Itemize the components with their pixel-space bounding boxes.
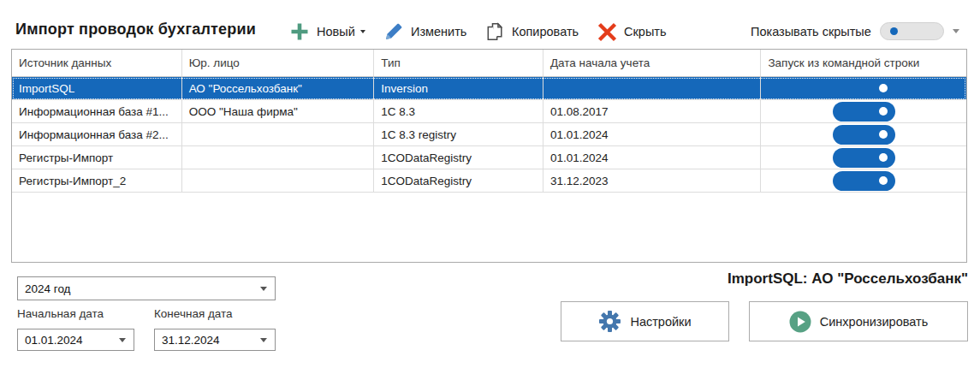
toggle-knob — [879, 153, 888, 162]
chevron-down-icon[interactable] — [953, 29, 959, 33]
plus-icon — [289, 21, 310, 42]
edit-button-label: Изменить — [411, 25, 466, 39]
chevron-down-icon — [360, 30, 365, 33]
cell-cli — [761, 146, 966, 169]
cell-date[interactable]: 01.08.2017 — [543, 100, 762, 122]
cell-type[interactable]: 1CODataRegistry — [374, 146, 543, 169]
period-select-value: 2024 год — [25, 282, 71, 295]
chevron-down-icon — [260, 287, 267, 291]
cell-entity[interactable]: АО "Россельхозбанк" — [182, 77, 375, 99]
table-row[interactable]: ImportSQLАО "Россельхозбанк"Inversion — [12, 77, 966, 100]
cell-date[interactable]: 01.01.2024 — [543, 146, 762, 169]
cell-entity[interactable] — [182, 146, 375, 169]
copy-button[interactable]: Копировать — [484, 19, 579, 45]
column-header[interactable]: Юр. лицо — [182, 50, 375, 76]
sync-button[interactable]: Синхронизировать — [749, 301, 968, 341]
cell-type[interactable]: 1С 8.3 registry — [374, 123, 543, 145]
new-button-label: Новый — [317, 25, 355, 39]
start-date-picker[interactable]: 01.01.2024 — [17, 329, 134, 351]
hide-button-label: Скрыть — [624, 25, 667, 39]
cell-entity[interactable] — [182, 123, 375, 145]
cell-cli — [761, 100, 966, 122]
show-hidden-control: Показывать скрытые — [751, 22, 959, 40]
table-body: ImportSQLАО "Россельхозбанк"InversionИнф… — [12, 77, 966, 193]
toggle-knob — [879, 176, 888, 185]
cell-source[interactable]: Регистры-Импорт — [12, 146, 182, 169]
end-date-picker[interactable]: 31.12.2024 — [154, 329, 276, 351]
cell-source[interactable]: Информационная база #2... — [12, 123, 182, 145]
settings-button-label: Настройки — [630, 315, 691, 329]
toggle-knob — [879, 107, 888, 116]
cell-source[interactable]: ImportSQL — [12, 77, 182, 99]
column-header[interactable]: Источник данных — [12, 50, 182, 76]
gear-icon — [598, 310, 621, 333]
table-header: Источник данныхЮр. лицоТипДата начала уч… — [12, 50, 966, 77]
selected-item-heading: ImportSQL: АО "Россельхозбанк" — [728, 270, 968, 288]
sync-button-label: Синхронизировать — [820, 315, 928, 329]
copy-icon — [484, 21, 505, 42]
table-row[interactable]: Информационная база #2...1С 8.3 registry… — [12, 123, 966, 146]
hide-button[interactable]: Скрыть — [597, 19, 667, 45]
copy-button-label: Копировать — [512, 25, 579, 39]
toggle-knob — [879, 130, 888, 139]
cell-source[interactable]: Регистры-Импорт_2 — [12, 169, 182, 192]
table-row[interactable]: Регистры-Импорт1CODataRegistry01.01.2024 — [12, 146, 966, 169]
column-header[interactable]: Запуск из командной строки — [761, 50, 966, 76]
column-header[interactable]: Дата начала учета — [543, 50, 762, 76]
chevron-down-icon — [119, 338, 126, 342]
cell-type[interactable]: 1С 8.3 — [374, 100, 543, 122]
play-icon — [789, 311, 811, 333]
column-header[interactable]: Тип — [374, 50, 543, 76]
edit-button[interactable]: Изменить — [383, 19, 466, 45]
pencil-icon — [383, 21, 404, 42]
show-hidden-label: Показывать скрытые — [751, 25, 871, 39]
start-date-label: Начальная дата — [17, 307, 104, 320]
cell-cli — [761, 77, 966, 99]
data-grid: Источник данныхЮр. лицоТипДата начала уч… — [11, 49, 967, 263]
cell-date[interactable] — [543, 77, 762, 99]
table-row[interactable]: Регистры-Импорт_21CODataRegistry31.12.20… — [12, 169, 966, 193]
cell-entity[interactable]: ООО "Наша фирма" — [182, 100, 375, 122]
chevron-down-icon — [260, 338, 267, 342]
cell-date[interactable]: 31.12.2023 — [543, 169, 762, 192]
cli-toggle[interactable] — [833, 125, 895, 145]
cli-toggle[interactable] — [833, 102, 895, 122]
cell-cli — [761, 123, 966, 145]
cell-date[interactable]: 01.01.2024 — [543, 123, 762, 145]
cell-type[interactable]: 1CODataRegistry — [374, 169, 543, 192]
period-select[interactable]: 2024 год — [17, 276, 276, 300]
show-hidden-toggle[interactable] — [880, 22, 944, 40]
import-window: Импорт проводок бухгалтерии Новый Измени… — [0, 0, 980, 368]
table-row[interactable]: Информационная база #1...ООО "Наша фирма… — [12, 100, 966, 123]
cell-source[interactable]: Информационная база #1... — [12, 100, 182, 122]
cell-entity[interactable] — [182, 169, 375, 192]
toggle-knob — [890, 27, 898, 35]
new-button[interactable]: Новый — [289, 19, 365, 45]
cell-type[interactable]: Inversion — [374, 77, 543, 99]
toggle-knob — [879, 84, 888, 92]
settings-button[interactable]: Настройки — [561, 301, 729, 341]
x-icon — [597, 22, 617, 42]
cli-toggle[interactable] — [833, 79, 895, 98]
cell-cli — [761, 169, 966, 192]
cli-toggle[interactable] — [833, 171, 895, 191]
end-date-value: 31.12.2024 — [162, 334, 220, 347]
start-date-value: 01.01.2024 — [25, 334, 83, 347]
cli-toggle[interactable] — [833, 148, 895, 168]
end-date-label: Конечная дата — [154, 307, 233, 320]
page-title: Импорт проводок бухгалтерии — [15, 21, 256, 39]
